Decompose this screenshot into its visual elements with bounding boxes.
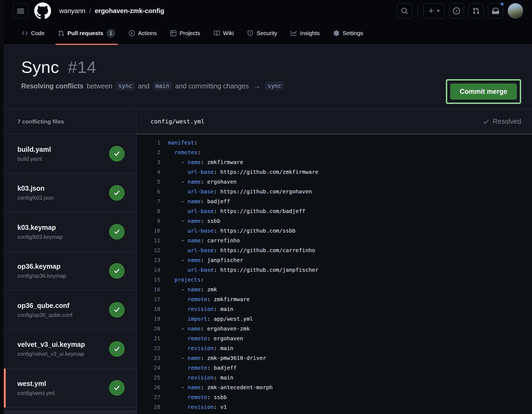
- breadcrumb: wanyann / ergohaven-zmk-config: [59, 7, 164, 15]
- git-pull-request-icon: [472, 7, 480, 14]
- code-line: 16 - name: zmk: [137, 285, 532, 294]
- editor-header: config/west.yml Resolved: [137, 109, 532, 134]
- code-line: 5 - name: ergohaven: [137, 177, 532, 187]
- file-meta: build.yaml build.yaml: [17, 146, 51, 162]
- code-line: 1 manifest:: [137, 138, 532, 147]
- breadcrumb-repo[interactable]: ergohaven-zmk-config: [95, 7, 164, 15]
- arrow-right-icon: →: [253, 82, 261, 90]
- line-number: 26: [137, 382, 160, 392]
- line-number: 20: [137, 324, 160, 333]
- pull-requests-button[interactable]: [468, 3, 484, 18]
- line-text: url-base: https://github.com/zmkfirmware: [168, 167, 318, 177]
- file-path: config/west.yml: [17, 390, 55, 396]
- line-text: remote: ergohaven: [168, 333, 243, 343]
- code-line: 17 remote: zmkfirmware: [137, 294, 532, 304]
- code-line: 9 - name: ssbb: [137, 216, 532, 226]
- search-icon: [401, 7, 408, 14]
- github-pr-conflict-page: wanyann / ergohaven-zmk-config: [4, 0, 532, 414]
- line-number: 22: [137, 343, 160, 353]
- line-text: manifest:: [168, 138, 197, 147]
- check-icon: [113, 189, 121, 197]
- editor-filename: config/west.yml: [151, 118, 205, 125]
- commit-merge-button[interactable]: Commit merge: [450, 84, 517, 100]
- topnav-actions: [397, 3, 523, 19]
- code-line: 14 url-base: https://github.com/janpfisc…: [137, 265, 532, 275]
- line-text: projects:: [168, 275, 204, 285]
- code-editor[interactable]: 1 manifest: 2 remotes: 3 - name: zmkfirm…: [137, 134, 532, 414]
- tab-code[interactable]: Code: [17, 22, 49, 45]
- line-text: - name: carrefinho: [168, 236, 240, 245]
- file-path: build.yaml: [17, 156, 51, 162]
- conflict-file-row[interactable]: k03.json config/k03.json: [4, 174, 137, 213]
- breadcrumb-separator: /: [89, 7, 91, 15]
- check-icon: [113, 150, 121, 157]
- line-text: - name: ssbb: [168, 216, 220, 226]
- line-number: 5: [137, 177, 160, 187]
- subtitle-suffix: and committing changes: [175, 82, 249, 90]
- conflict-file-row[interactable]: build.yaml build.yaml: [4, 134, 137, 174]
- line-number: 3: [137, 157, 160, 167]
- avatar[interactable]: [508, 3, 523, 19]
- search-button[interactable]: [397, 3, 412, 18]
- line-text: url-base: https://github.com/janpfischer: [168, 265, 318, 275]
- line-number: 27: [137, 392, 160, 402]
- notification-dot: [500, 2, 504, 6]
- check-icon: [483, 118, 490, 125]
- conflict-file-row[interactable]: velvet_v3_ui.keymap config/velvet_v3_ui.…: [4, 330, 137, 369]
- file-meta: k03.keymap config/k03.keymap: [17, 224, 63, 240]
- breadcrumb-owner[interactable]: wanyann: [59, 7, 85, 15]
- issues-button[interactable]: [449, 3, 464, 18]
- inbox-button[interactable]: [488, 3, 503, 18]
- inbox-icon: [492, 7, 499, 14]
- tab-wiki[interactable]: Wiki: [209, 22, 239, 45]
- line-text: - name: janpfischer: [168, 255, 243, 265]
- line-number: 14: [137, 265, 160, 275]
- graph-icon: [291, 30, 297, 36]
- code-line: 8 url-base: https://github.com/badjeff: [137, 206, 532, 216]
- line-text: url-base: https://github.com/carrefinho: [168, 245, 315, 255]
- code-line: 13 - name: janpfischer: [137, 255, 532, 265]
- resolved-check-circle: [109, 185, 125, 201]
- tab-actions[interactable]: Actions: [124, 22, 162, 45]
- code-line: 21 remote: ergohaven: [137, 333, 532, 343]
- check-icon: [113, 306, 121, 314]
- code-icon: [22, 30, 28, 36]
- issue-opened-icon: [453, 7, 460, 14]
- line-text: revision: main: [168, 304, 233, 314]
- line-number: 6: [137, 187, 160, 196]
- tab-settings[interactable]: Settings: [328, 22, 368, 45]
- line-number: 9: [137, 216, 160, 226]
- code-line: 19 import: app/west.yml: [137, 314, 532, 324]
- shield-icon: [247, 30, 253, 36]
- code-line: 10 url-base: https://github.com/ssbb: [137, 226, 532, 236]
- file-meta: op36_qube.conf config/op36_qube.conf: [17, 302, 72, 318]
- code-line: 28 revision: v1: [137, 402, 532, 412]
- line-text: remote: zmkfirmware: [168, 294, 250, 304]
- hamburger-menu-button[interactable]: [13, 3, 28, 18]
- line-number: 25: [137, 373, 160, 382]
- line-number: 10: [137, 226, 160, 236]
- tab-projects[interactable]: Projects: [165, 22, 205, 45]
- source-branch-chip: sync: [116, 82, 135, 90]
- caret-down-icon: [437, 10, 440, 12]
- code-line: 23 - name: zmk-pmw3610-driver: [137, 353, 532, 363]
- resolved-label: Resolved: [493, 118, 521, 125]
- file-meta: op36.keymap config/op36.keymap: [17, 262, 66, 279]
- topnav-divider: [418, 5, 418, 16]
- create-new-button[interactable]: [423, 3, 445, 18]
- conflict-file-row[interactable]: op36.keymap config/op36.keymap: [4, 252, 137, 291]
- conflict-file-row[interactable]: west.yml config/west.yml: [4, 369, 137, 408]
- line-text: - name: zmk: [168, 285, 217, 294]
- check-icon: [113, 267, 121, 275]
- conflict-file-row[interactable]: k03.keymap config/k03.keymap: [4, 212, 137, 252]
- file-path: config/op36.keymap: [17, 273, 66, 279]
- repo-tab-bar: Code Pull requests 1 Actions Projects Wi…: [4, 22, 532, 45]
- check-icon: [113, 228, 121, 236]
- tab-security[interactable]: Security: [242, 22, 282, 45]
- tab-insights[interactable]: Insights: [286, 22, 324, 45]
- conflict-file-row[interactable]: op36_qube.conf config/op36_qube.conf: [4, 291, 137, 330]
- target-branch-chip: sync: [265, 82, 284, 90]
- tab-pull-requests[interactable]: Pull requests 1: [53, 22, 120, 45]
- pr-header-section: Sync #14 Resolving conflicts between syn…: [4, 45, 532, 109]
- github-logo[interactable]: [34, 2, 51, 19]
